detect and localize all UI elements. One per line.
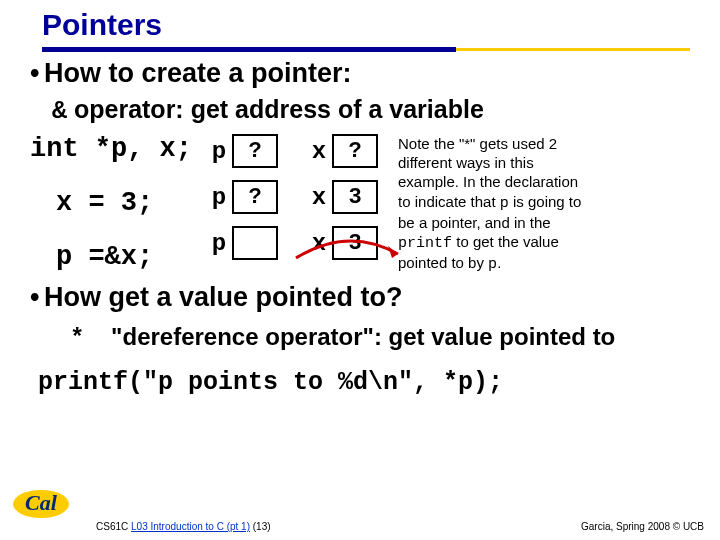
code-line-3: p =&x; (30, 242, 192, 272)
bullet-create: • How to create a pointer: (30, 58, 690, 89)
diagram-column: p ? x ? p ? x 3 p x (206, 134, 382, 260)
content-row: int *p, x; x = 3; p =&x; p ? x ? p ? x 3 (30, 134, 690, 274)
rule-navy (42, 47, 456, 52)
footer-page: (13) (253, 521, 271, 532)
footer-left: CS61C L03 Introduction to C (pt 1) (13) (96, 521, 271, 532)
x-box-value: 3 (348, 231, 361, 256)
side-note: Note the "*" gets used 2 different ways … (398, 134, 582, 274)
diagram-row-2: p ? x 3 (206, 180, 382, 214)
note-g: . (497, 254, 501, 271)
p-label: p (206, 230, 226, 257)
code-line-2: x = 3; (30, 188, 192, 218)
x-label: x (306, 230, 326, 257)
x-label: x (306, 184, 326, 211)
p-label: p (206, 138, 226, 165)
x-box: 3 (332, 180, 378, 214)
bullet-dot: • (30, 282, 44, 313)
diagram-row-1: p ? x ? (206, 134, 382, 168)
bullet-get-text: How get a value pointed to? (44, 282, 403, 313)
star-symbol: * (70, 325, 84, 352)
x-box: 3 (332, 226, 378, 260)
diagram-row-3: p x 3 (206, 226, 382, 260)
p-box: ? (232, 180, 278, 214)
title-block: Pointers (42, 8, 690, 52)
footer-lecture: L03 Introduction to C (pt 1) (131, 521, 250, 532)
code-line-1: int *p, x; (30, 134, 192, 164)
footer: CS61C L03 Introduction to C (pt 1) (13) … (0, 521, 720, 532)
note-d: printf (398, 235, 452, 252)
footer-course: CS61C (96, 521, 128, 532)
deref-line: * "dereference operator": get value poin… (70, 323, 690, 352)
x-label: x (306, 138, 326, 165)
cal-logo: Cal (10, 478, 72, 520)
deref-text: "dereference operator": get value pointe… (111, 323, 615, 350)
bullet-dot: • (30, 58, 44, 89)
amp-line: & operator: get address of a variable (52, 95, 690, 126)
title: Pointers (42, 8, 690, 42)
p-label: p (206, 184, 226, 211)
svg-text:Cal: Cal (25, 490, 58, 515)
bullet-create-text: How to create a pointer: (44, 58, 352, 89)
footer-right: Garcia, Spring 2008 © UCB (581, 521, 704, 532)
p-box (232, 226, 278, 260)
rule-yellow (456, 48, 690, 51)
x-box: ? (332, 134, 378, 168)
bullet-get: • How get a value pointed to? (30, 282, 690, 313)
p-box: ? (232, 134, 278, 168)
printf-line: printf("p points to %d\n", *p); (38, 368, 690, 397)
amp-symbol: & (52, 97, 67, 126)
body: • How to create a pointer: & operator: g… (30, 58, 690, 397)
amp-text: operator: get address of a variable (74, 95, 484, 123)
note-f: p (488, 256, 497, 273)
note-b: p (500, 195, 509, 212)
slide: Pointers • How to create a pointer: & op… (0, 0, 720, 540)
title-rule (42, 46, 690, 52)
code-column: int *p, x; x = 3; p =&x; (30, 134, 192, 272)
